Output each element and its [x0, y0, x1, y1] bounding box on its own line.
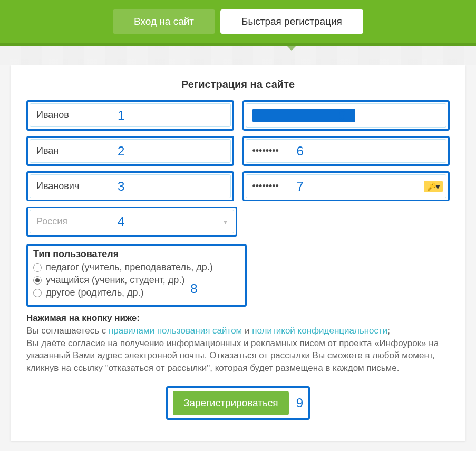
submit-wrap: Зарегистрироваться 9 [166, 386, 310, 420]
email-highlight[interactable] [252, 109, 356, 122]
email-field-wrap: 5 [242, 100, 450, 131]
legal-part1: Вы соглашаетесь с [26, 326, 109, 336]
radio-teacher[interactable]: педагог (учитель, преподаватель, др.) [33, 262, 240, 273]
legal-and: и [242, 326, 252, 336]
legal-part3: Вы даёте согласие на получение информаци… [26, 338, 439, 374]
annotation-9: 9 [296, 396, 303, 410]
tab-register[interactable]: Быстрая регистрация [220, 9, 363, 34]
panel-title: Регистрация на сайте [26, 79, 450, 91]
radio-student[interactable]: учащийся (ученик, студент, др.) [33, 274, 240, 286]
header-bar: Вход на сайт Быстрая регистрация [0, 0, 476, 46]
password-field-wrap: 6 [242, 136, 450, 166]
firstname-field-wrap: 2 [26, 136, 234, 166]
password-input[interactable] [246, 139, 447, 163]
registration-panel: Регистрация на сайте 1 5 2 6 3 7 [11, 65, 465, 441]
legal-text: Нажимая на кнопку ниже: Вы соглашаетесь … [26, 312, 450, 375]
legal-part2: ; [387, 326, 390, 336]
lastname-field-wrap: 1 [26, 100, 234, 131]
radio-icon [33, 289, 42, 297]
patronymic-field-wrap: 3 [26, 171, 234, 201]
user-type-group: Тип пользователя педагог (учитель, препо… [26, 244, 247, 307]
radio-icon [33, 276, 42, 285]
link-terms[interactable]: правилами пользования сайтом [109, 326, 242, 336]
country-field-wrap: Россия ▾ 4 [26, 207, 237, 237]
radio-teacher-label: педагог (учитель, преподаватель, др.) [46, 262, 213, 273]
annotation-8: 8 [190, 281, 197, 296]
radio-other[interactable]: другое (родитель, др.) [33, 287, 240, 298]
password2-field-wrap: 7 🔑▾ [242, 171, 450, 201]
radio-icon [33, 263, 42, 272]
patronymic-input[interactable] [30, 174, 231, 198]
radio-other-label: другое (родитель, др.) [46, 287, 144, 298]
country-value: Россия [36, 216, 67, 227]
firstname-input[interactable] [30, 139, 231, 163]
decor-strip [0, 46, 476, 65]
register-button[interactable]: Зарегистрироваться [173, 391, 289, 415]
password2-input[interactable] [246, 174, 447, 198]
radio-student-label: учащийся (ученик, студент, др.) [46, 274, 184, 286]
country-select[interactable]: Россия ▾ [30, 210, 234, 233]
chevron-down-icon: ▾ [224, 218, 227, 226]
key-icon[interactable]: 🔑▾ [424, 181, 443, 192]
legal-bold: Нажимая на кнопку ниже: [26, 313, 140, 323]
tab-login[interactable]: Вход на сайт [113, 9, 215, 34]
lastname-input[interactable] [30, 103, 231, 127]
link-privacy[interactable]: политикой конфиденциальности [252, 326, 387, 336]
user-type-title: Тип пользователя [33, 249, 240, 260]
